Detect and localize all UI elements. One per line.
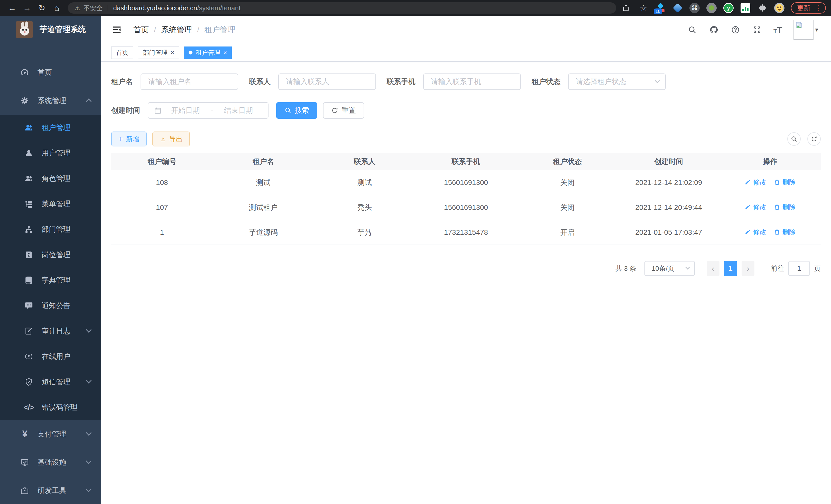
sidebar-item-label: 首页 — [37, 67, 52, 77]
sidebar-item-home[interactable]: 首页 — [0, 58, 101, 87]
sidebar-item-infrastructure[interactable]: 基础设施 — [0, 448, 101, 476]
breadcrumb-separator: / — [197, 25, 199, 34]
sidebar-item-label: 在线用户 — [41, 352, 70, 361]
id-badge-icon — [24, 250, 33, 260]
sidebar-item-error-code[interactable]: </> 错误码管理 — [0, 394, 101, 420]
dashboard-icon — [20, 68, 29, 77]
sidebar-item-role[interactable]: 角色管理 — [0, 166, 101, 191]
sidebar-item-payment[interactable]: ¥ 支付管理 — [0, 420, 101, 448]
cell-name: 测试 — [212, 170, 314, 195]
extension-avatar-icon[interactable] — [706, 3, 717, 13]
create-time-range-picker[interactable]: 开始日期 - 结束日期 — [148, 102, 268, 119]
browser-menu-kebab-icon[interactable]: ⋮ — [814, 4, 822, 12]
sidebar-collapse-icon[interactable] — [111, 24, 122, 35]
close-icon[interactable]: × — [171, 50, 174, 56]
sidebar-item-user[interactable]: 用户管理 — [0, 140, 101, 166]
header-search-icon[interactable] — [687, 25, 697, 35]
font-size-icon[interactable]: TT — [773, 25, 782, 35]
export-button[interactable]: 导出 — [152, 131, 190, 146]
close-icon[interactable]: × — [223, 50, 227, 56]
add-button[interactable]: + 新增 — [111, 131, 147, 146]
tab-home[interactable]: 首页 — [111, 47, 133, 59]
edit-link[interactable]: 修改 — [744, 203, 767, 212]
extension-y-icon[interactable]: y — [723, 3, 734, 13]
browser-back-button[interactable]: ← — [5, 2, 20, 13]
col-mobile: 联系手机 — [415, 153, 516, 170]
share-icon[interactable] — [620, 2, 632, 13]
chevron-down-icon — [86, 458, 92, 464]
pagination-total: 共 3 条 — [615, 264, 636, 273]
refresh-table-button[interactable] — [807, 132, 821, 146]
extension-command-icon[interactable]: ⌘ — [689, 3, 700, 13]
filter-label: 联系人 — [249, 77, 270, 87]
breadcrumb-separator: / — [154, 25, 156, 34]
browser-reload-button[interactable]: ↻ — [34, 2, 49, 13]
sidebar-item-menu[interactable]: 菜单管理 — [0, 191, 101, 216]
goto-page-input[interactable] — [789, 261, 810, 276]
sidebar-item-dict[interactable]: 字典管理 — [0, 267, 101, 293]
sidebar-item-dept[interactable]: 部门管理 — [0, 216, 101, 242]
extension-gem-icon[interactable] — [672, 3, 683, 13]
sidebar-item-label: 研发工具 — [37, 486, 66, 496]
breadcrumb-system: 系统管理 — [161, 25, 192, 35]
sidebar-item-audit-log[interactable]: 审计日志 — [0, 318, 101, 344]
fullscreen-icon[interactable] — [752, 25, 762, 35]
sidebar-item-system[interactable]: 系统管理 — [0, 87, 101, 115]
status-select[interactable]: 请选择租户状态 — [568, 73, 666, 90]
page-size-select[interactable]: 10条/页 — [644, 261, 695, 276]
sidebar-item-label: 部门管理 — [41, 225, 70, 234]
page-number-1[interactable]: 1 — [724, 261, 737, 276]
sidebar-item-online-users[interactable]: 在线用户 — [0, 344, 101, 369]
cell-status: 关闭 — [517, 170, 618, 195]
users-icon — [24, 174, 33, 183]
delete-link[interactable]: 删除 — [774, 203, 796, 212]
browser-home-button[interactable]: ⌂ — [49, 2, 64, 13]
not-secure-warning-icon: ⚠ — [75, 4, 80, 12]
delete-link[interactable]: 删除 — [774, 228, 796, 237]
url-divider — [108, 5, 108, 11]
contact-input[interactable] — [278, 73, 376, 90]
help-icon[interactable] — [730, 25, 741, 35]
edit-link[interactable]: 修改 — [744, 178, 767, 187]
mobile-input[interactable] — [423, 73, 521, 90]
bookmark-star-icon[interactable]: ☆ — [638, 2, 649, 13]
cell-create-time: 2021-12-14 21:02:09 — [618, 170, 719, 195]
browser-forward-button[interactable]: → — [20, 2, 34, 13]
chevron-down-icon — [86, 486, 92, 492]
breadcrumb-home[interactable]: 首页 — [133, 25, 149, 35]
next-page-button[interactable]: › — [742, 261, 754, 276]
cell-contact: 芋艿 — [314, 220, 415, 245]
sidebar-item-label: 通知公告 — [41, 301, 70, 310]
reset-button[interactable]: 重置 — [323, 102, 364, 119]
address-bar[interactable]: ⚠ 不安全 dashboard.yudao.iocoder.cn/system/… — [68, 2, 616, 13]
filter-label: 租户名 — [111, 77, 133, 87]
sidebar-item-sms[interactable]: 短信管理 — [0, 369, 101, 394]
update-button[interactable]: 更新 ⋮ — [791, 2, 826, 13]
user-avatar[interactable] — [794, 20, 813, 40]
edit-link[interactable]: 修改 — [744, 228, 767, 237]
extension-sheet-icon[interactable] — [740, 3, 751, 13]
extension-badge-icon[interactable]: 10 — [655, 3, 666, 13]
tab-tenant[interactable]: 租户管理 × — [184, 47, 232, 59]
screen: ← → ↻ ⌂ ⚠ 不安全 dashboard.yudao.iocoder.cn… — [0, 0, 831, 504]
github-icon[interactable] — [709, 25, 719, 35]
delete-link[interactable]: 删除 — [774, 178, 796, 187]
show-search-toggle-button[interactable] — [787, 132, 801, 146]
profile-avatar[interactable] — [774, 3, 785, 13]
prev-page-button[interactable]: ‹ — [707, 261, 719, 276]
tenant-name-input[interactable] — [141, 73, 238, 90]
sidebar-item-post[interactable]: 岗位管理 — [0, 242, 101, 267]
sidebar-item-notice[interactable]: 通知公告 — [0, 293, 101, 318]
pencil-icon — [744, 229, 751, 235]
app-logo-row[interactable]: 芋道管理系统 — [0, 16, 101, 43]
avatar-caret-down-icon[interactable]: ▼ — [814, 27, 819, 33]
search-button[interactable]: 搜索 — [276, 102, 317, 119]
tab-dept[interactable]: 部门管理 × — [138, 47, 179, 59]
chevron-down-icon — [86, 378, 92, 384]
extensions-puzzle-icon[interactable] — [757, 3, 768, 13]
filter-label: 联系手机 — [387, 77, 416, 87]
sidebar: 芋道管理系统 首页 系统管理 — [0, 16, 101, 504]
cell-actions: 修改删除 — [719, 195, 821, 220]
sidebar-item-tenant[interactable]: 租户管理 — [0, 115, 101, 140]
sidebar-item-dev-tools[interactable]: 研发工具 — [0, 476, 101, 504]
